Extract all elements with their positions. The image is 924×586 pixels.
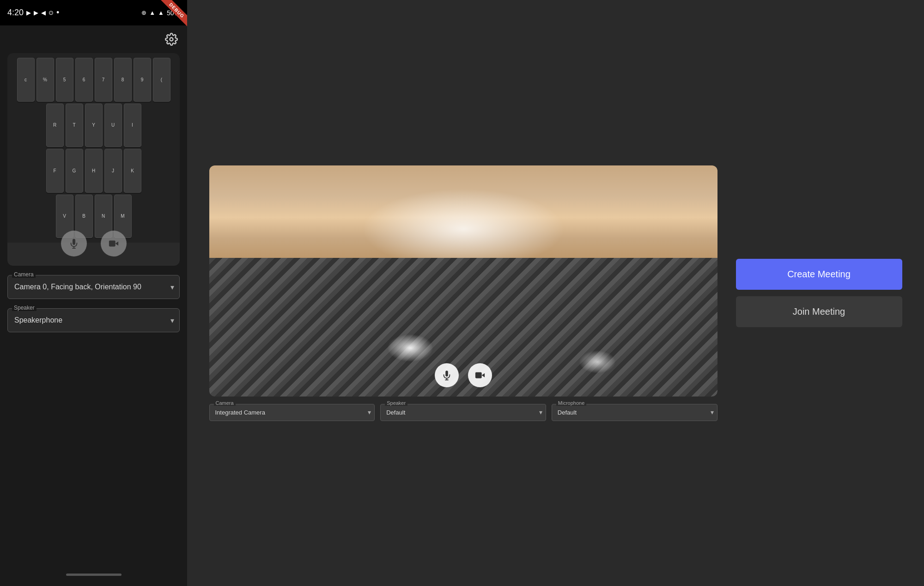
desktop-mic-group: Microphone Default ▾: [552, 404, 717, 421]
desktop-speaker-value: Default: [386, 409, 405, 416]
mobile-camera-select[interactable]: Camera 0, Facing back, Orientation 90: [7, 275, 180, 299]
mobile-mic-button[interactable]: [61, 231, 87, 256]
yt-music-icon: ▶: [34, 9, 38, 16]
desktop-mic-select-wrapper[interactable]: Default ▾: [552, 404, 717, 421]
mobile-camera-label: Camera: [12, 271, 36, 278]
desktop-speaker-select[interactable]: Default: [380, 404, 546, 421]
desktop-camera-select[interactable]: Integrated Camera: [209, 404, 375, 421]
key: R: [46, 104, 64, 147]
desktop-controls: [435, 363, 492, 387]
status-bar-left: 4:20 ▶ ▶ ◀ ⊙ •: [7, 8, 59, 18]
mobile-speaker-group: Speaker Speakerphone ▾: [7, 308, 180, 332]
mobile-panel: 4:20 ▶ ▶ ◀ ⊙ • ⊕ ▲ ▲ 50% c: [0, 0, 187, 586]
settings-area: [0, 25, 187, 53]
key: 8: [114, 58, 132, 102]
svg-point-0: [170, 38, 173, 41]
key: U: [104, 104, 122, 147]
debug-ribbon: [159, 0, 187, 28]
feed-background: [209, 165, 717, 397]
join-meeting-button[interactable]: Join Meeting: [736, 296, 902, 327]
svg-rect-6: [475, 372, 481, 378]
desktop-camera-button[interactable]: [468, 363, 492, 387]
dot-indicator: •: [56, 8, 59, 18]
key: 6: [75, 58, 93, 102]
desktop-camera-preview: [209, 165, 717, 397]
key: H: [85, 149, 103, 193]
svg-rect-3: [109, 241, 115, 247]
mobile-bottom-bar: [0, 563, 187, 586]
speaker-dropdown-arrow: ▾: [170, 316, 174, 325]
wifi-icon: ▲: [149, 9, 155, 16]
mobile-camera-group: Camera Camera 0, Facing back, Orientatio…: [7, 275, 180, 299]
key: G: [66, 149, 83, 193]
key: K: [124, 149, 141, 193]
key: c: [17, 58, 35, 102]
home-indicator: [66, 574, 122, 576]
desktop-preview-area: Camera Integrated Camera ▾ Speaker Defau…: [209, 165, 717, 421]
meeting-container: Camera Integrated Camera ▾ Speaker Defau…: [209, 165, 902, 421]
youtube-icon: ▶: [26, 9, 31, 16]
desktop-camera-select-wrapper[interactable]: Integrated Camera ▾: [209, 404, 375, 421]
mobile-device-selectors: Camera Camera 0, Facing back, Orientatio…: [0, 266, 187, 342]
key: 5: [56, 58, 73, 102]
mobile-camera-preview: c % 5 6 7 8 9 ( R T Y U I F: [7, 53, 180, 266]
camera-dropdown-arrow: ▾: [170, 283, 174, 292]
create-meeting-button[interactable]: Create Meeting: [736, 259, 902, 290]
desktop-camera-feed: [209, 165, 717, 397]
desktop-mic-value: Default: [558, 409, 577, 416]
feed-wood: [209, 165, 717, 269]
status-time: 4:20: [7, 8, 24, 18]
key: T: [66, 104, 83, 147]
desktop-speaker-select-wrapper[interactable]: Default ▾: [380, 404, 546, 421]
keyboard-simulation: c % 5 6 7 8 9 ( R T Y U I F: [7, 53, 180, 243]
key: J: [104, 149, 122, 193]
brightness-icon: ⊕: [141, 9, 146, 16]
key: 7: [95, 58, 112, 102]
mobile-controls: [7, 231, 180, 256]
key: I: [124, 104, 141, 147]
feed-light1: [387, 334, 433, 362]
mobile-speaker-select-wrapper[interactable]: Speakerphone ▾: [7, 308, 180, 332]
desktop-mic-label: Microphone: [556, 400, 586, 406]
nav-icon: ◀: [41, 9, 46, 16]
clock-icon: ⊙: [49, 9, 54, 16]
desktop-speaker-label: Speaker: [385, 400, 407, 406]
feed-light2: [579, 350, 616, 373]
mobile-camera-value: Camera 0, Facing back, Orientation 90: [14, 283, 141, 291]
desktop-mic-select[interactable]: Default: [552, 404, 717, 421]
key: 9: [134, 58, 151, 102]
device-dropdowns: Camera Integrated Camera ▾ Speaker Defau…: [209, 404, 717, 421]
desktop-mic-button[interactable]: [435, 363, 459, 387]
action-buttons: Create Meeting Join Meeting: [736, 259, 902, 327]
desktop-camera-group: Camera Integrated Camera ▾: [209, 404, 375, 421]
mobile-camera-button[interactable]: [101, 231, 127, 256]
key: %: [36, 58, 54, 102]
mobile-speaker-label: Speaker: [12, 305, 36, 311]
mobile-speaker-select[interactable]: Speakerphone: [7, 308, 180, 332]
desktop-panel: Camera Integrated Camera ▾ Speaker Defau…: [187, 0, 924, 586]
key: (: [153, 58, 170, 102]
desktop-camera-label: Camera: [214, 400, 236, 406]
desktop-camera-value: Integrated Camera: [215, 409, 265, 416]
settings-icon[interactable]: [163, 31, 180, 48]
mobile-speaker-value: Speakerphone: [14, 316, 62, 324]
desktop-speaker-group: Speaker Default ▾: [380, 404, 546, 421]
key: Y: [85, 104, 103, 147]
mobile-camera-select-wrapper[interactable]: Camera 0, Facing back, Orientation 90 ▾: [7, 275, 180, 299]
key: F: [46, 149, 64, 193]
